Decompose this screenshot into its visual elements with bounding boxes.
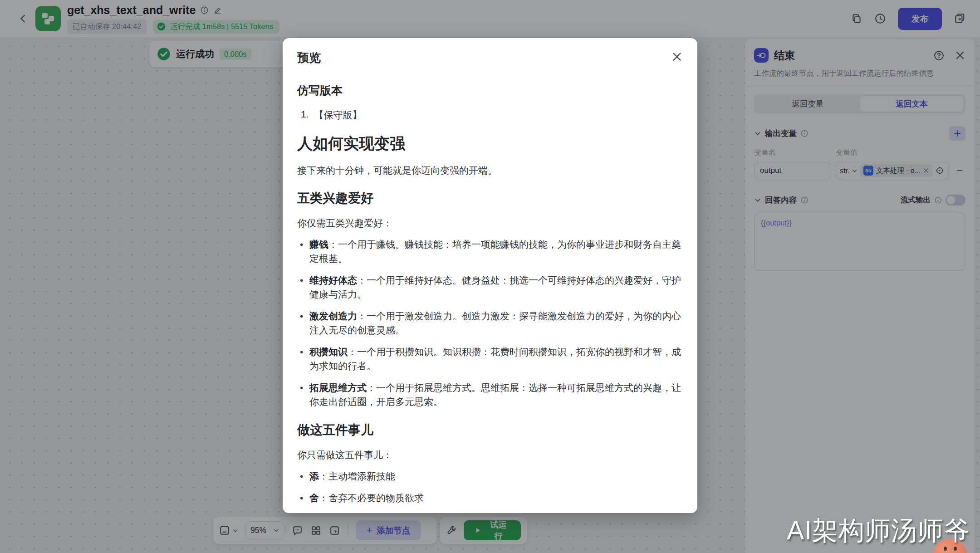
list-item: 积攒知识：一个用于积攒知识。知识积攒：花费时间积攒知识，拓宽你的视野和才智，成为… xyxy=(297,345,683,373)
content-main-title: 人如何实现变强 xyxy=(297,133,683,154)
bullet-term: 舍 xyxy=(309,493,319,503)
list-item: 添：主动增添新技能 xyxy=(297,469,683,483)
bullet-term: 拓展思维方式 xyxy=(309,382,367,393)
actions-bullet-list: 添：主动增添新技能 舍：舍弃不必要的物质欲求 公式：喜爱 × 擅长 × 社会需求… xyxy=(297,469,683,513)
content-heading-versions: 仿写版本 xyxy=(297,83,683,98)
hobbies-bullet-list: 赚钱：一个用于赚钱。赚钱技能：培养一项能赚钱的技能，为你的事业进步和财务自主奠定… xyxy=(297,237,683,409)
bullet-term: 积攒知识 xyxy=(309,347,348,357)
list-number: 1. xyxy=(301,109,309,122)
modal-close-icon[interactable] xyxy=(671,51,683,63)
watermark-text: AI架构师汤师爷 xyxy=(787,514,970,548)
list-item: 激发创造力：一个用于激发创造力。创造力激发：探寻能激发创造力的爱好，为你的内心注… xyxy=(297,309,683,337)
bullet-term: 添 xyxy=(309,471,319,481)
content-intro: 接下来的十分钟，可能就是你迈向变强的开端。 xyxy=(297,164,683,177)
list-item: 拓展思维方式：一个用于拓展思维方式。思维拓展：选择一种可拓展思维方式的兴趣，让你… xyxy=(297,381,683,409)
content-actions-lead: 你只需做这五件事儿： xyxy=(297,449,683,461)
list-text: 【保守版】 xyxy=(314,109,362,122)
list-item: 维持好体态：一个用于维持好体态。健身益处：挑选一个可维持好体态的兴趣爱好，守护健… xyxy=(297,273,683,301)
bullet-text: ：舍弃不必要的物质欲求 xyxy=(319,493,424,503)
bullet-text: ：一个用于积攒知识。知识积攒：花费时间积攒知识，拓宽你的视野和才智，成为求知的行… xyxy=(309,347,681,371)
ordered-list-item: 1. 【保守版】 xyxy=(297,109,683,122)
preview-modal: 预览 仿写版本 1. 【保守版】 人如何实现变强 接下来的十分钟，可能就是你迈向… xyxy=(283,38,697,513)
list-item: 赚钱：一个用于赚钱。赚钱技能：培养一项能赚钱的技能，为你的事业进步和财务自主奠定… xyxy=(297,237,683,265)
content-heading-hobbies: 五类兴趣爱好 xyxy=(297,190,683,207)
bullet-term: 激发创造力 xyxy=(309,311,357,321)
list-item: 公式：喜爱 × 擅长 × 社会需求 ×1000 = 强大的核心竞争力 xyxy=(297,513,683,513)
list-item: 舍：舍弃不必要的物质欲求 xyxy=(297,491,683,505)
bullet-text: ：一个用于赚钱。赚钱技能：培养一项能赚钱的技能，为你的事业进步和财务自主奠定根基… xyxy=(309,239,681,264)
bullet-term: 赚钱 xyxy=(309,239,328,250)
bullet-text: ：主动增添新技能 xyxy=(319,471,395,481)
bullet-text: ：一个用于激发创造力。创造力激发：探寻能激发创造力的爱好，为你的内心注入无尽的创… xyxy=(309,311,681,335)
bullet-text: ：一个用于维持好体态。健身益处：挑选一个可维持好体态的兴趣爱好，守护健康与活力。 xyxy=(309,275,681,299)
modal-title: 预览 xyxy=(297,50,321,66)
bullet-term: 维持好体态 xyxy=(309,275,357,285)
content-hobbies-lead: 你仅需五类兴趣爱好： xyxy=(297,217,683,230)
content-heading-actions: 做这五件事儿 xyxy=(297,421,683,439)
